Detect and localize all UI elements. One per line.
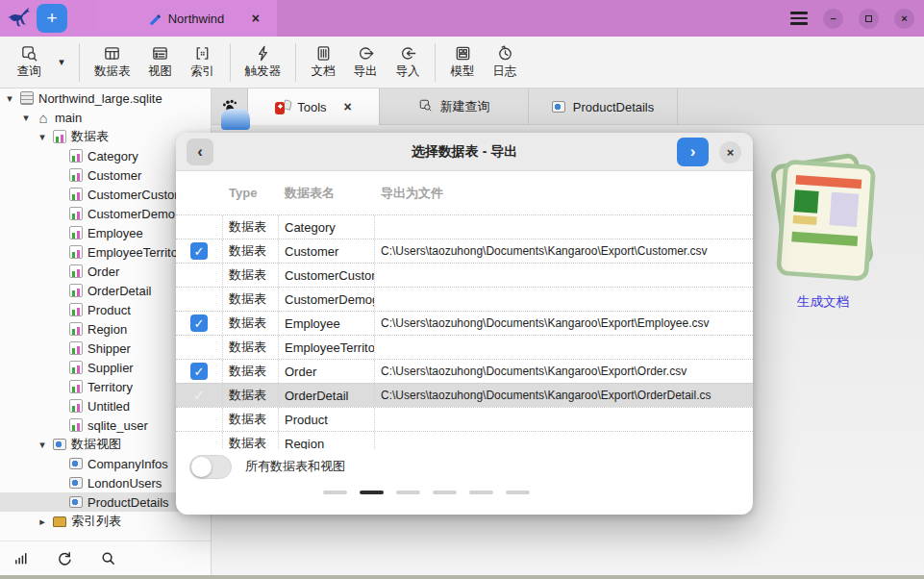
- row-checkbox-cell[interactable]: [176, 432, 223, 449]
- generate-doc-tool[interactable]: 生成文档: [751, 142, 895, 311]
- wizard-step-dot: [396, 491, 420, 494]
- toolbar-label: 索引: [190, 63, 214, 80]
- expander-icon[interactable]: ▾: [20, 112, 32, 124]
- table-row[interactable]: ✓ 数据表 Order C:\Users\taozuhong\Documents…: [176, 359, 753, 383]
- back-button[interactable]: ‹: [187, 138, 213, 165]
- tree-item-label: Product: [87, 303, 131, 317]
- row-type-cell: 数据表: [223, 215, 279, 239]
- tree-item-label: CustomerDemo: [87, 207, 175, 221]
- tree-item-label: Supplier: [87, 361, 134, 375]
- table-row[interactable]: ✓ 数据表 Employee C:\Users\taozuhong\Docume…: [176, 311, 753, 335]
- toolbar-separator: [230, 43, 231, 82]
- table-icon: [103, 44, 121, 63]
- row-checkbox-cell[interactable]: ✓: [176, 239, 223, 263]
- toolbar-query-button[interactable]: 查询: [8, 39, 50, 86]
- path-column-header: 导出为文件: [375, 185, 753, 202]
- database-tab-northwind[interactable]: Northwind ×: [96, 0, 277, 37]
- toolbar-model-button[interactable]: 模型: [441, 39, 484, 86]
- tree-node-icon: [69, 458, 83, 469]
- tab-close-icon[interactable]: ×: [252, 11, 260, 26]
- row-checkbox-cell[interactable]: [176, 288, 223, 311]
- tree-item[interactable]: ▸ 索引列表: [0, 512, 211, 531]
- toolbar-separator: [435, 43, 436, 82]
- query-dropdown-arrow[interactable]: ▾: [50, 39, 73, 86]
- table-row[interactable]: 数据表 Category: [176, 214, 753, 239]
- row-checkbox-cell[interactable]: ✓: [176, 312, 223, 335]
- tab-new-query[interactable]: 新建查询: [380, 88, 529, 125]
- dialog-title: 选择数据表 - 导出: [412, 143, 517, 161]
- dialog-close-button[interactable]: ×: [719, 141, 741, 164]
- checked-checkbox-icon[interactable]: ✓: [190, 363, 208, 380]
- table-row[interactable]: 数据表 Product: [176, 407, 753, 431]
- expander-icon[interactable]: ▾: [4, 92, 15, 105]
- table-row[interactable]: 数据表 Region: [176, 431, 753, 449]
- row-path-cell: C:\Users\taozuhong\Documents\Kangaroo\Ex…: [375, 360, 753, 383]
- refresh-icon[interactable]: [57, 550, 73, 566]
- tree-node-icon: [53, 439, 66, 450]
- row-checkbox-cell[interactable]: ✓: [176, 384, 223, 407]
- row-type-cell: 数据表: [223, 288, 279, 311]
- toolbar-views-button[interactable]: 视图: [139, 39, 182, 86]
- tree-node-icon: [69, 380, 83, 393]
- row-checkbox-cell[interactable]: [176, 336, 223, 359]
- tree-item-label: Shipper: [87, 341, 131, 356]
- tree-item-label: main: [55, 111, 82, 125]
- tab-tools[interactable]: Tools ×: [248, 88, 380, 125]
- table-row[interactable]: 数据表 CustomerDemog: [176, 287, 753, 311]
- toolbar-index-button[interactable]: 索引: [182, 39, 224, 86]
- type-column-header: Type: [223, 186, 279, 200]
- row-name-cell: Order: [279, 360, 375, 383]
- toolbar-document-button[interactable]: 文档: [302, 39, 344, 86]
- toolbar-log-button[interactable]: 日志: [484, 39, 526, 86]
- tree-item-label: CustomerCustor: [87, 188, 179, 202]
- search-icon[interactable]: [100, 550, 116, 566]
- close-button[interactable]: ×: [894, 9, 914, 29]
- generate-doc-icon: [756, 142, 890, 289]
- toolbar-tables-button[interactable]: 数据表: [86, 39, 139, 86]
- tree-item[interactable]: ▾ ⌂ main: [0, 108, 211, 127]
- maximize-icon: [865, 15, 872, 22]
- chart-icon[interactable]: [13, 550, 30, 566]
- expander-icon[interactable]: ▸: [37, 516, 48, 528]
- tree-item[interactable]: ▾ Northwind_large.sqlite: [0, 88, 211, 108]
- expander-icon[interactable]: ▾: [37, 131, 48, 143]
- tree-item-label: 索引列表: [71, 513, 121, 530]
- tree-item-label: Territory: [87, 380, 133, 394]
- row-checkbox-cell[interactable]: [176, 408, 223, 431]
- tree-item-label: EmployeeTerrito: [87, 245, 178, 260]
- new-tab-button[interactable]: +: [37, 4, 67, 33]
- toolbar-import-button[interactable]: 导入: [387, 39, 429, 86]
- minimize-button[interactable]: –: [823, 9, 843, 29]
- tree-node-icon: [69, 322, 83, 336]
- expander-icon[interactable]: ▾: [37, 439, 48, 451]
- kangaroo-logo-icon: [4, 4, 35, 33]
- toolbar-export-button[interactable]: 导出: [344, 39, 387, 86]
- checked-checkbox-icon[interactable]: ✓: [190, 315, 208, 332]
- database-tab-label: Northwind: [168, 12, 225, 26]
- table-row[interactable]: 数据表 EmployeeTerrito: [176, 335, 753, 359]
- table-row[interactable]: ✓ 数据表 OrderDetail C:\Users\taozuhong\Doc…: [176, 383, 753, 407]
- tab-close-icon[interactable]: ×: [344, 99, 352, 114]
- next-button[interactable]: ›: [677, 138, 709, 166]
- view-icon: [552, 101, 565, 113]
- menu-icon[interactable]: [790, 12, 808, 24]
- row-name-cell: EmployeeTerrito: [279, 336, 375, 359]
- name-column-header: 数据表名: [279, 185, 375, 202]
- tree-item-label: Region: [87, 322, 127, 337]
- checked-checkbox-icon[interactable]: ✓: [190, 242, 208, 260]
- toolbar-label: 日志: [493, 63, 517, 80]
- grey-check-icon[interactable]: ✓: [193, 387, 206, 404]
- tab-productdetails[interactable]: ProductDetails: [529, 88, 678, 125]
- row-checkbox-cell[interactable]: ✓: [176, 360, 223, 383]
- maximize-button[interactable]: [859, 9, 879, 29]
- row-checkbox-cell[interactable]: [176, 215, 223, 239]
- row-checkbox-cell[interactable]: [176, 264, 223, 287]
- table-row[interactable]: 数据表 CustomerCustor: [176, 263, 753, 287]
- table-row[interactable]: ✓ 数据表 Customer C:\Users\taozuhong\Docume…: [176, 239, 753, 263]
- dialog-header: ‹ 选择数据表 - 导出 › ×: [176, 133, 753, 171]
- toolbar-trigger-button[interactable]: 触发器: [237, 39, 290, 86]
- tree-node-icon: [69, 149, 83, 163]
- row-name-cell: Category: [279, 215, 375, 239]
- all-tables-toggle[interactable]: [189, 455, 232, 479]
- tree-node-icon: [69, 226, 83, 239]
